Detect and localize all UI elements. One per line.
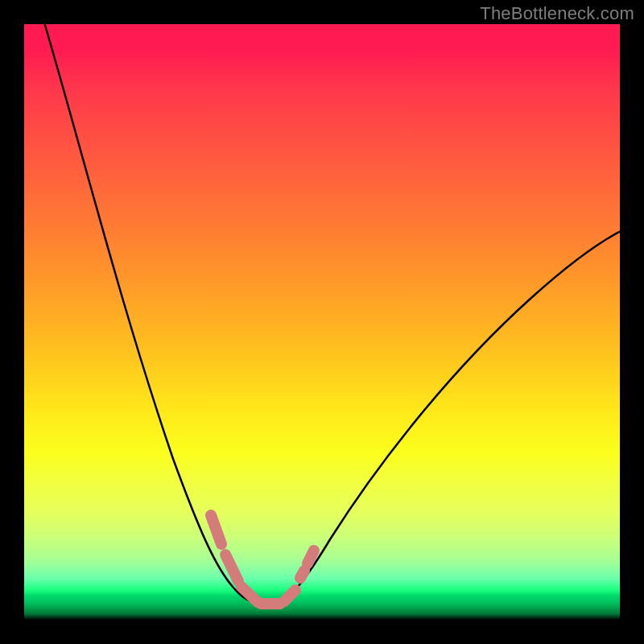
descending-curve — [44, 23, 258, 603]
marker-seg-6 — [300, 571, 304, 578]
marker-group — [211, 515, 314, 604]
marker-seg-3 — [242, 587, 258, 602]
marker-seg-1 — [211, 515, 221, 544]
marker-seg-7 — [308, 551, 314, 564]
marker-seg-5 — [284, 590, 295, 601]
marker-seg-2 — [225, 555, 238, 581]
ascending-curve — [279, 229, 624, 603]
chart-frame: TheBottleneck.com — [0, 0, 644, 644]
chart-curves — [0, 0, 644, 644]
